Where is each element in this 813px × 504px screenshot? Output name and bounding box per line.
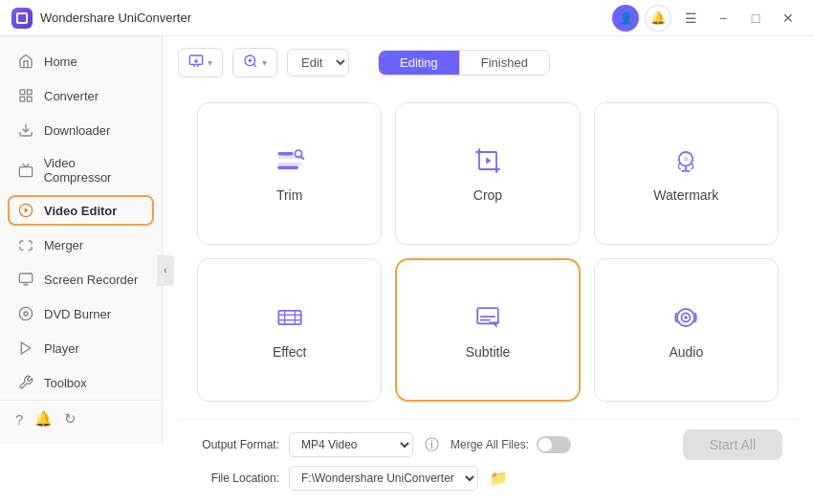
trim-icon [273,143,307,178]
svg-rect-2 [27,97,32,101]
app-logo-icon [11,8,33,29]
audio-label: Audio [669,344,703,360]
sidebar-item-toolbox[interactable]: Toolbox [0,365,162,400]
merge-toggle-group: Merge All Files: [450,436,571,453]
file-location-browse-button[interactable]: 📁 [488,468,510,489]
hamburger-button[interactable]: ☰ [677,5,704,32]
maximize-icon: □ [752,11,759,26]
watermark-icon [669,143,703,178]
sidebar-item-video-editor[interactable]: Video Editor [0,193,162,228]
add-extra-chevron: ▾ [262,57,267,68]
svg-marker-32 [486,158,491,164]
add-video-button[interactable]: ▾ [178,48,223,77]
svg-rect-8 [19,274,32,282]
add-extra-icon [243,54,258,72]
tab-finished[interactable]: Finished [460,51,549,75]
effect-card[interactable]: Effect [197,258,382,403]
svg-line-26 [300,157,303,160]
avatar-button[interactable]: 👤 [612,5,639,32]
subtitle-label: Subtitle [466,344,511,360]
svg-rect-24 [277,166,298,170]
minimize-button[interactable]: − [710,5,736,32]
svg-rect-1 [27,90,32,95]
toolbar: ▾ ▾ Edit Editing Finished [178,48,798,77]
chevron-left-icon: ‹ [164,265,166,275]
svg-rect-22 [277,163,301,166]
sidebar-label-video-editor: Video Editor [44,204,117,218]
folder-icon: 📁 [490,470,508,486]
minimize-icon: − [719,11,727,26]
audio-card[interactable]: Audio [594,258,779,403]
svg-rect-37 [278,311,300,324]
add-extra-button[interactable]: ▾ [232,48,277,77]
sidebar-item-screen-recorder[interactable]: Screen Recorder [0,262,162,296]
svg-marker-13 [21,342,30,354]
close-button[interactable]: ✕ [775,5,802,32]
converter-icon [17,87,34,104]
crop-label: Crop [473,187,502,203]
edit-grid: Trim Crop [178,93,798,411]
svg-rect-3 [20,97,25,101]
sidebar-wrapper: Home Converter Downloader Video Compress… [0,36,163,504]
file-location-label: File Location: [193,471,279,485]
downloader-icon [17,121,34,139]
crop-icon [471,143,505,178]
sidebar-item-dvd-burner[interactable]: DVD Burner [0,296,162,331]
avatar-icon: 👤 [619,11,633,25]
add-video-chevron: ▾ [208,57,212,68]
tab-editing[interactable]: Editing [379,51,460,75]
svg-rect-5 [19,167,32,177]
watermark-label: Watermark [653,187,718,203]
svg-point-49 [685,316,689,319]
sidebar-label-downloader: Downloader [44,123,110,138]
subtitle-icon [471,300,505,335]
toggle-thumb [538,438,552,451]
file-location-select[interactable]: F:\Wondershare UniConverter [289,466,478,491]
sidebar-item-player[interactable]: Player [0,331,162,365]
effect-icon [273,300,307,335]
player-icon [17,340,34,357]
sidebar-collapse-button[interactable]: ‹ [157,255,174,286]
maximize-button[interactable]: □ [742,5,769,32]
video-editor-icon [17,202,34,219]
footer-row-output: Output Format: MP4 Video ⓘ Merge All Fil… [193,429,782,460]
crop-card[interactable]: Crop [395,102,580,245]
sidebar-item-converter[interactable]: Converter [0,78,162,113]
svg-marker-7 [25,208,29,212]
footer-row-location: File Location: F:\Wondershare UniConvert… [193,466,782,491]
help-button[interactable]: ? [15,410,23,427]
audio-icon [669,300,703,335]
close-icon: ✕ [782,11,794,26]
sidebar-label-home: Home [44,55,77,69]
svg-rect-0 [20,90,25,95]
start-all-button[interactable]: Start All [683,429,782,460]
refresh-button[interactable]: ↻ [64,410,77,427]
sidebar-item-merger[interactable]: Merger [0,228,162,262]
edit-mode-select[interactable]: Edit [287,49,349,77]
notification-button[interactable]: 🔔 [645,5,671,32]
footer: Output Format: MP4 Video ⓘ Merge All Fil… [178,419,798,504]
sidebar-item-downloader[interactable]: Downloader [0,113,162,147]
sidebar-item-home[interactable]: Home [0,44,162,78]
svg-rect-23 [277,152,293,156]
merge-toggle[interactable] [537,436,571,453]
sidebar-label-player: Player [44,341,79,356]
main-layout: Home Converter Downloader Video Compress… [0,36,813,504]
screen-recorder-icon [17,271,34,288]
subtitle-card[interactable]: Subtitle [395,258,580,403]
sidebar-label-merger: Merger [44,238,83,252]
sidebar-item-video-compressor[interactable]: Video Compressor [0,147,162,193]
svg-line-18 [253,64,256,67]
trim-card[interactable]: Trim [197,102,382,245]
notifications-button[interactable]: 🔔 [34,410,53,427]
watermark-card[interactable]: Watermark [594,102,779,245]
sidebar-label-dvd-burner: DVD Burner [44,307,111,321]
titlebar: Wondershare UniConverter 👤 🔔 ☰ − □ ✕ [0,0,813,36]
titlebar-left: Wondershare UniConverter [11,8,191,29]
dvd-burner-icon [17,305,34,322]
output-format-select[interactable]: MP4 Video [289,432,413,457]
output-format-info-button[interactable]: ⓘ [423,434,441,456]
hamburger-icon: ☰ [685,11,697,26]
merger-icon [17,236,34,253]
app-logo-inner [16,12,28,24]
